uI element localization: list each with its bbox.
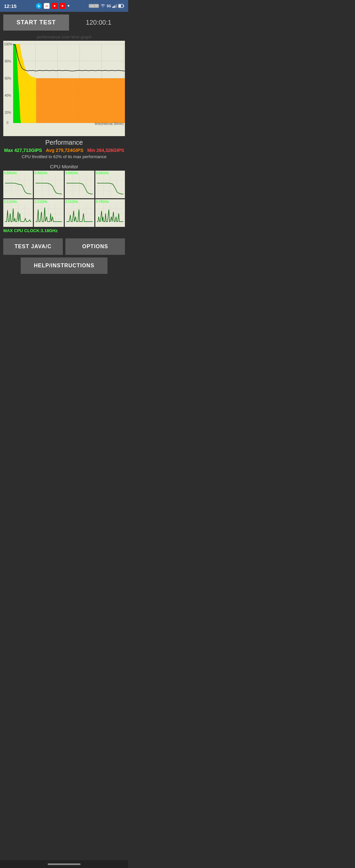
perf-avg-label: Avg 279,724GIPS xyxy=(46,148,84,153)
test-java-button[interactable]: TEST JAVA/C xyxy=(3,238,63,255)
cpu-core-4-freq: 2.11GHz xyxy=(4,200,32,204)
help-instructions-button[interactable]: HELP/INSTRUCTIONS xyxy=(21,257,107,274)
perf-min-label: Min 264,326GIPS xyxy=(88,148,124,153)
cpu-core-6: 2.11GHz xyxy=(65,199,94,227)
svg-rect-8 xyxy=(119,5,121,7)
youtube-icon xyxy=(52,3,58,9)
svg-marker-0 xyxy=(54,5,56,7)
dot-icon: • xyxy=(67,3,69,9)
svg-rect-3 xyxy=(114,6,115,8)
perf-max-label: Max 427,713GIPS xyxy=(4,148,42,153)
perf-throttle-text: CPU throttled to 62% of its max performa… xyxy=(0,154,128,159)
cpu-core-4: 2.11GHz xyxy=(3,199,33,227)
performance-chart: 100% 80% 60% 40% 20% 0 time(interval 30m… xyxy=(3,41,125,136)
cpu-core-3-freq: 0.80GHz xyxy=(96,171,124,175)
cpu-core-1: 0.80GHz xyxy=(34,170,63,198)
cpu-core-5: 2.11GHz xyxy=(34,199,63,227)
timer-display: 120:00:1 xyxy=(72,19,125,26)
svg-rect-2 xyxy=(112,7,114,8)
chart-svg: 100% 80% 60% 40% 20% 0 xyxy=(3,41,125,126)
svg-text:60%: 60% xyxy=(5,76,11,80)
svg-text:0: 0 xyxy=(7,121,8,125)
wifi-icon xyxy=(100,4,105,8)
cpu-core-4-chart xyxy=(4,204,32,225)
cpu-core-5-chart xyxy=(34,204,63,225)
cpu-core-3: 0.80GHz xyxy=(95,170,125,198)
help-btn-row: HELP/INSTRUCTIONS xyxy=(0,257,128,280)
cpu-core-0-chart xyxy=(4,175,32,196)
cpu-grid: 0.80GHz 0.80GHz xyxy=(3,170,125,227)
cpu-core-6-chart xyxy=(65,204,94,225)
cpu-monitor-title: CPU Monitor xyxy=(3,164,125,169)
volte-icon: VoLTE xyxy=(89,4,99,8)
status-bar: 12:15 b 31 • VoLTE 5G xyxy=(0,0,128,12)
signal-icon xyxy=(112,4,117,8)
svg-text:20%: 20% xyxy=(5,111,11,115)
cpu-core-7-freq: 0.78GHz xyxy=(96,200,124,204)
bing-icon: b xyxy=(36,3,42,9)
controls-row: START TEST 120:00:1 xyxy=(0,12,128,33)
time-display: 12:15 xyxy=(4,3,17,9)
battery-icon xyxy=(118,4,124,8)
svg-rect-7 xyxy=(123,5,124,7)
cpu-core-0-freq: 0.80GHz xyxy=(4,171,32,175)
cpu-core-6-freq: 2.11GHz xyxy=(65,200,94,204)
cpu-core-1-chart xyxy=(34,175,63,196)
cpu-core-3-chart xyxy=(96,175,124,196)
cpu-core-2-chart xyxy=(65,175,94,196)
svg-text:40%: 40% xyxy=(5,94,11,97)
start-test-button[interactable]: START TEST xyxy=(3,14,69,31)
cpu-core-2-freq: 0.80GHz xyxy=(65,171,94,175)
svg-text:100%: 100% xyxy=(4,42,12,46)
options-button[interactable]: OPTIONS xyxy=(65,238,125,255)
performance-title: Performance xyxy=(0,139,128,146)
svg-marker-1 xyxy=(62,5,64,7)
5g-icon: 5G xyxy=(107,4,111,8)
cpu-core-7-chart xyxy=(96,204,124,225)
chart-title-label: performance over time graph xyxy=(0,33,128,41)
cpu-core-5-freq: 2.11GHz xyxy=(34,200,63,204)
performance-stats: Max 427,713GIPS Avg 279,724GIPS Min 264,… xyxy=(3,148,125,153)
notification-icons: b 31 • xyxy=(36,3,69,9)
svg-rect-4 xyxy=(115,5,116,8)
chart-time-label: time(interval 30min) xyxy=(95,122,124,126)
cpu-core-0: 0.80GHz xyxy=(3,170,33,198)
cpu-core-2: 0.80GHz xyxy=(65,170,94,198)
system-icons: VoLTE 5G xyxy=(89,4,124,8)
youtube-icon2 xyxy=(60,3,65,9)
max-cpu-label: MAX CPU CLOCK:3.18GHz xyxy=(3,228,125,233)
buttons-row: TEST JAVA/C OPTIONS xyxy=(0,236,128,257)
svg-rect-5 xyxy=(116,4,117,8)
calendar-icon: 31 xyxy=(44,3,50,9)
cpu-core-7: 0.78GHz xyxy=(95,199,125,227)
cpu-core-1-freq: 0.80GHz xyxy=(34,171,63,175)
svg-text:80%: 80% xyxy=(5,60,11,63)
cpu-monitor-section: CPU Monitor 0.80GHz 0.80GHz xyxy=(0,162,128,236)
chart-area: 100% 80% 60% 40% 20% 0 time(interval 30m… xyxy=(3,41,125,126)
